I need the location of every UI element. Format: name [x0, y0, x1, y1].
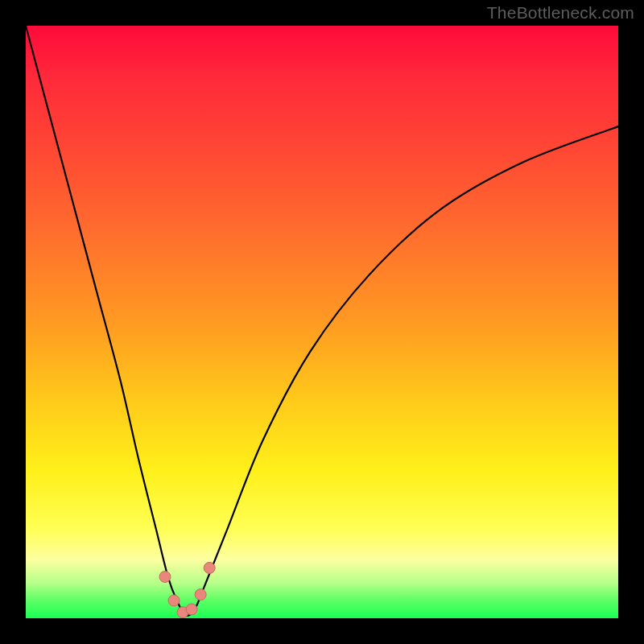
marker-point [186, 604, 197, 615]
marker-group [159, 562, 215, 617]
marker-point [204, 562, 215, 573]
marker-point [195, 589, 206, 601]
bottleneck-curve [26, 26, 618, 616]
chart-frame: TheBottleneck.com [0, 0, 644, 644]
curve-svg [26, 26, 618, 618]
marker-point [168, 595, 180, 606]
marker-point [159, 571, 171, 582]
watermark-text: TheBottleneck.com [487, 3, 634, 23]
plot-area [26, 26, 618, 618]
